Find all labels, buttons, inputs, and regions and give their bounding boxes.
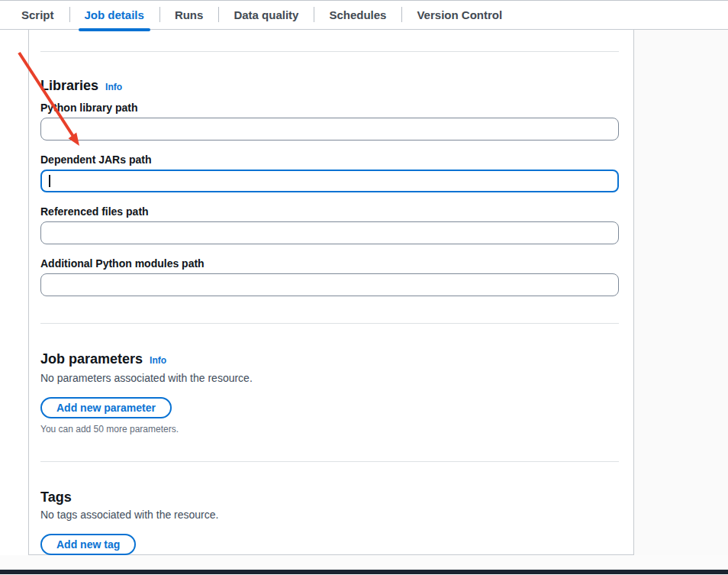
job-details-panel: LibrariesInfo Python library path Depend… (28, 30, 634, 555)
window-bottom-bar (0, 570, 728, 574)
job-parameters-heading: Job parametersInfo (40, 351, 620, 369)
libraries-heading: LibrariesInfo (40, 78, 620, 95)
tags-heading: Tags (40, 489, 620, 506)
dependent-jars-path-label: Dependent JARs path (40, 153, 620, 166)
tab-bar: Script Job details Runs Data quality Sch… (0, 0, 728, 30)
add-new-parameter-button[interactable]: Add new parameter (40, 397, 172, 418)
dependent-jars-path-input-wrap (40, 170, 619, 192)
tags-heading-text: Tags (40, 489, 72, 505)
job-parameters-empty-text: No parameters associated with the resour… (40, 372, 620, 385)
libraries-heading-text: Libraries (40, 78, 98, 93)
section-divider (40, 51, 619, 52)
tab-script[interactable]: Script (6, 1, 69, 29)
tab-schedules[interactable]: Schedules (314, 1, 401, 29)
tags-empty-text: No tags associated with the resource. (40, 509, 620, 522)
text-caret (49, 175, 50, 187)
tab-version-control[interactable]: Version Control (401, 1, 517, 29)
section-divider (40, 461, 619, 462)
python-library-path-label: Python library path (40, 102, 620, 115)
tab-job-details[interactable]: Job details (69, 1, 159, 29)
tab-data-quality[interactable]: Data quality (218, 1, 314, 29)
additional-python-modules-path-label: Additional Python modules path (40, 257, 620, 270)
referenced-files-path-input[interactable] (40, 221, 619, 244)
python-library-path-input[interactable] (40, 118, 619, 141)
right-gutter-background (634, 30, 728, 575)
job-parameters-info-link[interactable]: Info (150, 355, 166, 366)
libraries-info-link[interactable]: Info (105, 82, 122, 92)
referenced-files-path-label: Referenced files path (40, 205, 620, 218)
section-divider (40, 323, 619, 324)
job-parameters-helper-text: You can add 50 more parameters. (40, 424, 620, 434)
tab-runs[interactable]: Runs (159, 1, 219, 29)
add-new-tag-button[interactable]: Add new tag (40, 534, 136, 555)
dependent-jars-path-input[interactable] (40, 170, 619, 192)
additional-python-modules-path-input[interactable] (40, 273, 619, 296)
job-parameters-heading-text: Job parameters (40, 351, 143, 367)
